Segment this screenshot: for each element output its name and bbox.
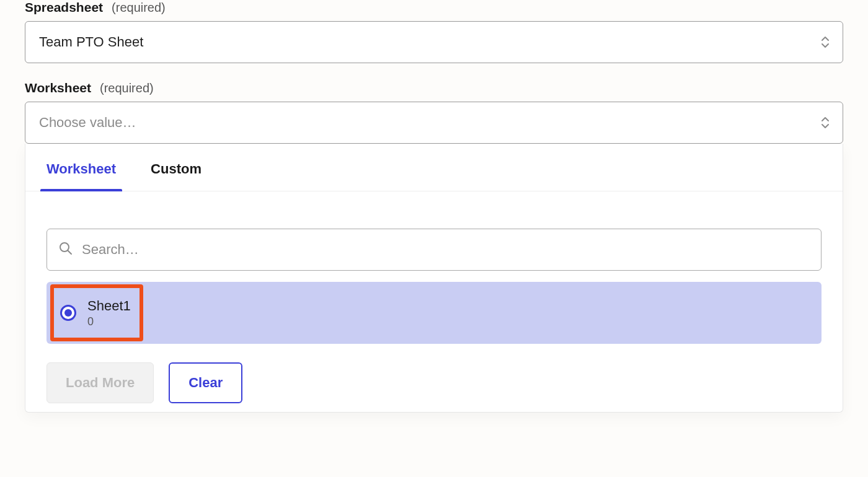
dropdown-actions: Load More Clear: [46, 362, 822, 403]
tab-worksheet[interactable]: Worksheet: [46, 161, 116, 191]
chevron-updown-icon: [820, 116, 830, 129]
dropdown-tabs: Worksheet Custom: [25, 144, 843, 191]
spreadsheet-select[interactable]: Team PTO Sheet: [25, 21, 843, 63]
spreadsheet-select-value: Team PTO Sheet: [39, 34, 143, 50]
spreadsheet-label-row: Spreadsheet (required): [25, 0, 843, 15]
option-title: Sheet1: [87, 297, 131, 315]
search-box[interactable]: [46, 229, 822, 271]
worksheet-dropdown-panel: Worksheet Custom: [25, 144, 843, 413]
clear-button[interactable]: Clear: [169, 362, 242, 403]
search-icon: [58, 241, 73, 258]
worksheet-select[interactable]: Choose value…: [25, 102, 843, 144]
radio-selected-icon: [60, 305, 76, 321]
spreadsheet-field: Spreadsheet (required) Team PTO Sheet: [25, 0, 843, 63]
tab-custom[interactable]: Custom: [151, 161, 202, 191]
spreadsheet-required: (required): [112, 1, 166, 15]
load-more-button: Load More: [46, 362, 154, 403]
option-sheet1[interactable]: Sheet1 0: [46, 282, 822, 344]
worksheet-field: Worksheet (required) Choose value… Works…: [25, 81, 843, 413]
spreadsheet-label: Spreadsheet: [25, 0, 103, 15]
dropdown-panel-inner: Sheet1 0 Load More Clear: [25, 191, 843, 412]
option-text: Sheet1 0: [87, 297, 131, 328]
option-highlight-box: Sheet1 0: [50, 284, 143, 341]
option-sub: 0: [87, 315, 131, 329]
worksheet-required: (required): [100, 81, 154, 95]
search-input[interactable]: [82, 242, 810, 258]
worksheet-label-row: Worksheet (required): [25, 81, 843, 95]
chevron-updown-icon: [820, 36, 830, 48]
options-list: Sheet1 0: [46, 282, 822, 344]
worksheet-select-placeholder: Choose value…: [39, 115, 136, 131]
svg-line-1: [68, 250, 71, 254]
worksheet-label: Worksheet: [25, 81, 91, 95]
